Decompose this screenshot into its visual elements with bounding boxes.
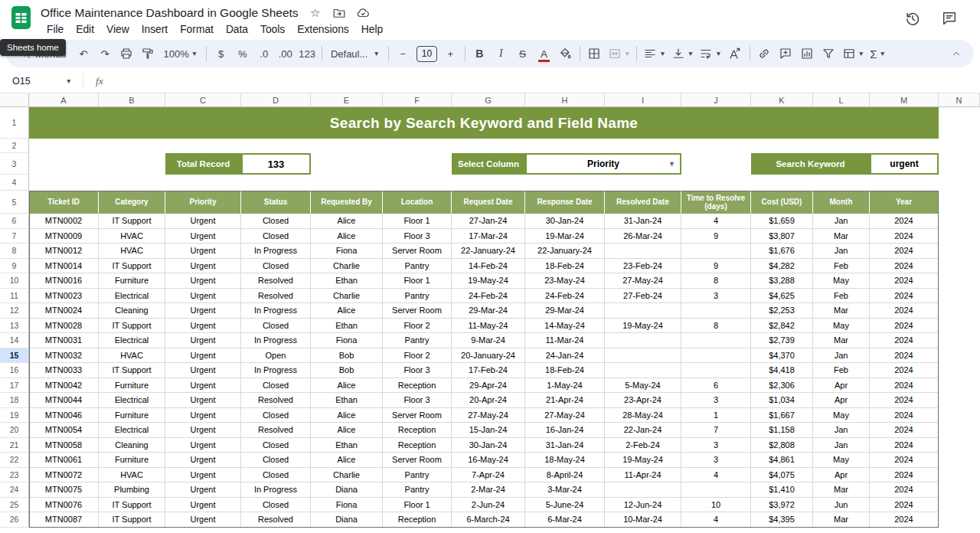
cell[interactable]: $1,667: [751, 408, 813, 423]
cell[interactable]: Alice: [311, 378, 383, 394]
cell[interactable]: 18-Feb-24: [525, 259, 605, 274]
horizontal-align-button[interactable]: ▼: [641, 44, 668, 64]
cell[interactable]: May: [813, 453, 870, 468]
cell[interactable]: Urgent: [165, 512, 241, 528]
name-box[interactable]: O15 ▼: [12, 76, 72, 87]
cell[interactable]: IT Support: [99, 319, 165, 334]
table-header-priority[interactable]: Priority: [165, 191, 241, 214]
cell[interactable]: Closed: [241, 468, 311, 483]
cell[interactable]: Ethan: [311, 273, 383, 289]
row-header-25[interactable]: 25: [0, 498, 29, 513]
cell[interactable]: MTN0033: [29, 363, 99, 378]
cell[interactable]: IT Support: [99, 259, 165, 274]
font-family-selector[interactable]: Defaul...▼: [326, 44, 384, 64]
cell[interactable]: 17-Mar-24: [452, 229, 525, 244]
cell[interactable]: Charlie: [311, 259, 383, 274]
cell[interactable]: [605, 303, 681, 319]
menu-data[interactable]: Data: [220, 22, 254, 37]
column-header-J[interactable]: J: [681, 93, 751, 107]
column-header-K[interactable]: K: [751, 93, 813, 107]
menu-file[interactable]: File: [41, 22, 70, 37]
increase-decimal-button[interactable]: .00: [275, 44, 296, 64]
cell[interactable]: Alice: [311, 229, 383, 244]
cell[interactable]: Urgent: [165, 393, 241, 408]
cell[interactable]: MTN0061: [29, 453, 99, 468]
font-size-input[interactable]: 10: [416, 46, 437, 62]
cell[interactable]: MTN0058: [29, 438, 99, 453]
cell[interactable]: Server Room: [383, 408, 452, 423]
cell[interactable]: In Progress: [241, 244, 311, 259]
cell[interactable]: Mar: [813, 512, 870, 528]
cell[interactable]: MTN0028: [29, 319, 99, 334]
menu-insert[interactable]: Insert: [136, 22, 175, 37]
cell[interactable]: 22-January-24: [452, 244, 525, 259]
redo-button[interactable]: ↷: [95, 44, 116, 64]
cell[interactable]: 29-Apr-24: [452, 378, 525, 394]
cell[interactable]: 15-Jan-24: [452, 423, 525, 438]
cell[interactable]: 24-Jan-24: [525, 348, 605, 364]
cell[interactable]: Server Room: [383, 453, 452, 468]
cell[interactable]: MTN0032: [29, 348, 99, 364]
cell[interactable]: Alice: [311, 423, 383, 438]
cell[interactable]: Alice: [311, 408, 383, 423]
table-header-response-date[interactable]: Response Date: [525, 191, 605, 214]
empty-cell[interactable]: [939, 333, 980, 348]
cell[interactable]: 18-Feb-24: [525, 363, 605, 378]
cell[interactable]: 2024: [870, 378, 939, 394]
cell[interactable]: Urgent: [165, 438, 241, 453]
cell[interactable]: 5-May-24: [605, 378, 681, 394]
cell[interactable]: Urgent: [165, 482, 241, 498]
cell[interactable]: Alice: [311, 453, 383, 468]
cell[interactable]: Apr: [813, 378, 870, 394]
cell[interactable]: 4: [681, 214, 751, 229]
cell[interactable]: $1,158: [751, 423, 813, 438]
cell[interactable]: Resolved: [241, 273, 311, 289]
cell[interactable]: 19-May-24: [605, 319, 681, 334]
hide-toolbar-button[interactable]: [946, 44, 966, 64]
column-header-B[interactable]: B: [99, 93, 165, 107]
decrease-decimal-button[interactable]: .0: [253, 44, 274, 64]
cell[interactable]: Reception: [383, 423, 452, 438]
cell[interactable]: Plumbing: [99, 482, 165, 498]
cell[interactable]: 11-May-24: [452, 319, 525, 334]
cell[interactable]: Floor 3: [383, 393, 452, 408]
empty-cell[interactable]: [939, 289, 980, 304]
cell[interactable]: Floor 3: [383, 363, 452, 378]
cell[interactable]: MTN0046: [29, 408, 99, 423]
row-header-24[interactable]: 24: [0, 482, 29, 498]
strikethrough-button[interactable]: S: [512, 44, 533, 64]
table-header-cost-usd-[interactable]: Cost (USD): [751, 191, 813, 214]
cell[interactable]: 2024: [870, 453, 939, 468]
cell[interactable]: IT Support: [99, 363, 165, 378]
increase-font-size-button[interactable]: +: [440, 44, 461, 64]
empty-cell[interactable]: [939, 107, 980, 139]
cell[interactable]: 17-Feb-24: [452, 363, 525, 378]
cell[interactable]: Urgent: [165, 214, 241, 229]
cell[interactable]: 2-Mar-24: [452, 482, 525, 498]
move-folder-icon[interactable]: [332, 6, 346, 20]
cell[interactable]: 12-Jun-24: [605, 498, 681, 513]
cell[interactable]: 21-Apr-24: [525, 393, 605, 408]
percent-format-button[interactable]: %: [232, 44, 253, 64]
cell[interactable]: 23-May-24: [525, 273, 605, 289]
cell[interactable]: Floor 2: [383, 319, 452, 334]
cell[interactable]: Urgent: [165, 498, 241, 513]
cell[interactable]: 6: [681, 378, 751, 394]
paint-format-button[interactable]: [138, 44, 158, 64]
cell[interactable]: 18-May-24: [525, 453, 605, 468]
cell[interactable]: 3: [681, 453, 751, 468]
empty-cell[interactable]: [939, 191, 980, 214]
version-history-icon[interactable]: [903, 9, 922, 28]
cell[interactable]: Diana: [311, 512, 383, 528]
cell[interactable]: 2024: [870, 468, 939, 483]
cell[interactable]: $4,861: [751, 453, 813, 468]
row-header-4[interactable]: 4: [0, 175, 29, 191]
cell[interactable]: $3,972: [751, 498, 813, 513]
cell[interactable]: Mar: [813, 229, 870, 244]
cell[interactable]: HVAC: [99, 229, 165, 244]
cell[interactable]: Apr: [813, 468, 870, 483]
row-header-21[interactable]: 21: [0, 438, 29, 453]
column-header-E[interactable]: E: [311, 93, 383, 107]
cell[interactable]: Urgent: [165, 423, 241, 438]
cell[interactable]: $3,288: [751, 273, 813, 289]
